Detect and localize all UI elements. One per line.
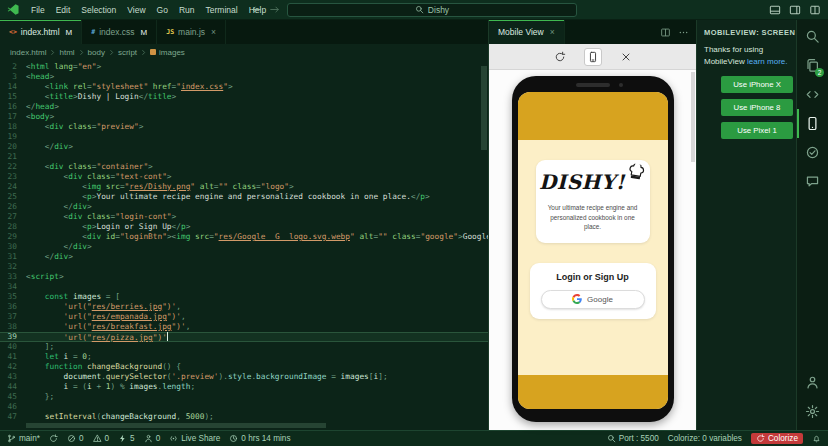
- scrollbar-thumb[interactable]: [691, 72, 695, 162]
- status-time-tracker[interactable]: 0 hrs 14 mins: [229, 434, 290, 443]
- code-line[interactable]: 45 };: [0, 392, 488, 402]
- activity-gear-icon[interactable]: [797, 397, 828, 426]
- line-number: 33: [0, 272, 26, 282]
- code-line[interactable]: 28 <p>Login or Sign Up</p>: [0, 222, 488, 232]
- close-preview-button[interactable]: [617, 48, 635, 66]
- code-line[interactable]: 34: [0, 282, 488, 292]
- menu-run[interactable]: Run: [174, 3, 200, 17]
- device-button-use-pixel-1[interactable]: Use Pixel 1: [721, 122, 793, 139]
- tab-index.html[interactable]: <>index.htmlM: [0, 20, 82, 44]
- code-line[interactable]: 31 </div>: [0, 252, 488, 262]
- split-editor-icon[interactable]: [660, 27, 671, 38]
- device-button-use-iphone-8[interactable]: Use iPhone 8: [721, 99, 793, 116]
- activity-check-icon[interactable]: [797, 138, 828, 167]
- menu-edit[interactable]: Edit: [51, 3, 76, 17]
- activity-account-icon[interactable]: [797, 368, 828, 397]
- code-line[interactable]: 38 'url("res/breakfast.jpg")',: [0, 322, 488, 332]
- app-logo-icon: [7, 3, 20, 16]
- status-colorize-button[interactable]: Colorize: [751, 433, 803, 444]
- status-errors[interactable]: 0: [67, 434, 84, 443]
- code-line[interactable]: 33<script>: [0, 272, 488, 282]
- code-line[interactable]: 44 i = (i + 1) % images.length;: [0, 382, 488, 392]
- code-line[interactable]: 20 </div>: [0, 142, 488, 152]
- google-signin-button[interactable]: Google: [541, 290, 645, 309]
- status-warnings[interactable]: 0: [93, 434, 110, 443]
- code-token: "google": [420, 232, 458, 241]
- learn-more-link[interactable]: learn more.: [747, 57, 787, 66]
- line-number: 43: [0, 372, 26, 382]
- activity-files-icon[interactable]: 2: [797, 51, 828, 80]
- device-toggle-button[interactable]: [584, 48, 602, 66]
- tab-main.js[interactable]: JSmain.js×: [157, 20, 226, 44]
- code-line[interactable]: 41 let i = 0;: [0, 352, 488, 362]
- menu-selection[interactable]: Selection: [76, 3, 121, 17]
- code-line[interactable]: 30 </div>: [0, 242, 488, 252]
- code-line[interactable]: 32: [0, 262, 488, 272]
- activity-mobile-icon[interactable]: [797, 109, 828, 138]
- breadcrumb-item[interactable]: body: [88, 48, 105, 57]
- code-line[interactable]: 42 function changeBackground() {: [0, 362, 488, 372]
- code-line[interactable]: 21: [0, 152, 488, 162]
- status-git-branch[interactable]: main*: [7, 434, 40, 443]
- menu-file[interactable]: File: [26, 3, 50, 17]
- nav-forward-icon[interactable]: [269, 4, 280, 15]
- menu-go[interactable]: Go: [152, 3, 173, 17]
- code-line[interactable]: 40 ];: [0, 342, 488, 352]
- code-line[interactable]: 14 <link rel="stylesheet" href="index.cs…: [0, 82, 488, 92]
- code-line[interactable]: 27 <div class="login-cont">: [0, 212, 488, 222]
- refresh-preview-button[interactable]: [551, 48, 569, 66]
- code-editor[interactable]: 2<html lang="en">3<head>14 <link rel="st…: [0, 60, 488, 430]
- breadcrumb-item[interactable]: script: [118, 48, 137, 57]
- breadcrumb-item[interactable]: index.html: [10, 48, 46, 57]
- status-live-share-participants[interactable]: 0: [144, 434, 161, 443]
- more-actions-icon[interactable]: [678, 27, 689, 38]
- toggle-sidebar-icon[interactable]: [789, 4, 801, 16]
- status-live-server-port[interactable]: Port : 5500: [607, 434, 659, 443]
- device-button-use-iphone-x[interactable]: Use iPhone X: [721, 76, 793, 93]
- code-line[interactable]: 3<head>: [0, 72, 488, 82]
- code-line[interactable]: 15 <title>Dishy | Login</title>: [0, 92, 488, 102]
- menu-terminal[interactable]: Terminal: [201, 3, 243, 17]
- breadcrumb-item[interactable]: html: [59, 48, 74, 57]
- code-line[interactable]: 24 <img src="res/Dishy.png" alt="" class…: [0, 182, 488, 192]
- tab-index.css[interactable]: #index.cssM: [82, 20, 157, 44]
- close-tab-icon[interactable]: ×: [550, 27, 555, 37]
- activity-comment-icon[interactable]: [797, 167, 828, 196]
- breadcrumb-item[interactable]: images: [159, 48, 185, 57]
- code-line[interactable]: 43 document.querySelector('.preview').st…: [0, 372, 488, 382]
- code-line[interactable]: 36 'url("res/berries.jpg")',: [0, 302, 488, 312]
- status-live-share[interactable]: Live Share: [169, 434, 220, 443]
- activity-search-icon[interactable]: [797, 22, 828, 51]
- close-tab-icon[interactable]: ×: [211, 27, 216, 37]
- toggle-panel-icon[interactable]: [769, 4, 781, 16]
- menu-view[interactable]: View: [122, 3, 150, 17]
- nav-back-icon[interactable]: [251, 4, 262, 15]
- code-line[interactable]: 19: [0, 132, 488, 142]
- line-number: 26: [0, 202, 26, 212]
- status-sync[interactable]: [49, 434, 58, 443]
- scrollbar-thumb[interactable]: [481, 66, 487, 150]
- code-line[interactable]: 35 const images = [: [0, 292, 488, 302]
- command-center-search[interactable]: Dishy: [287, 3, 577, 17]
- code-line[interactable]: 22 <div class="container">: [0, 162, 488, 172]
- code-line[interactable]: 23 <div class="text-cont">: [0, 172, 488, 182]
- code-line[interactable]: 26 </div>: [0, 202, 488, 212]
- tab-mobile-view[interactable]: Mobile View ×: [489, 20, 565, 44]
- code-line[interactable]: 39 'url("res/pizza.jpg")': [0, 332, 488, 342]
- code-line[interactable]: 18 <div class="preview">: [0, 122, 488, 132]
- code-line[interactable]: 25 <p>Your ultimate recipe engine and pe…: [0, 192, 488, 202]
- code-line[interactable]: 2<html lang="en">: [0, 62, 488, 72]
- code-line[interactable]: 16</head>: [0, 102, 488, 112]
- tab-label: index.css: [99, 27, 134, 37]
- customize-layout-icon[interactable]: [809, 4, 821, 16]
- scrollbar-thumb[interactable]: [26, 423, 326, 428]
- code-line[interactable]: 47 setInterval(changeBackground, 5000);: [0, 412, 488, 422]
- status-ports[interactable]: 5: [118, 434, 135, 443]
- code-line[interactable]: 37 'url("res/empanada.jpg")',: [0, 312, 488, 322]
- code-line[interactable]: 17<body>: [0, 112, 488, 122]
- status-colorize-info[interactable]: Colorize: 0 variables: [668, 434, 742, 443]
- activity-remote-icon[interactable]: [797, 80, 828, 109]
- status-notifications[interactable]: [812, 434, 821, 443]
- code-line[interactable]: 46: [0, 402, 488, 412]
- code-line[interactable]: 29 <div id="loginBtn"><img src="res/Goog…: [0, 232, 488, 242]
